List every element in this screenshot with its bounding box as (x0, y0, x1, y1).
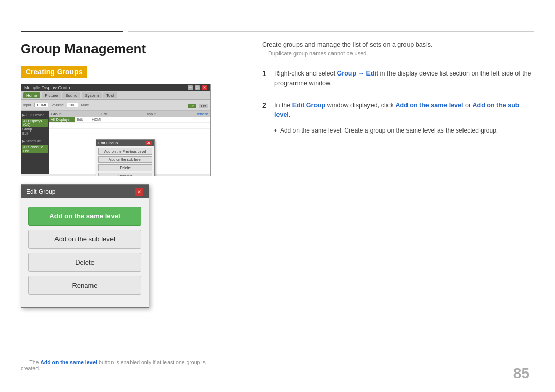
dialog-add-sub-level-button[interactable]: Add on the sub level (28, 230, 141, 249)
ss-col-input: Input (147, 112, 156, 116)
close-icon: ✕ (202, 85, 207, 90)
bullet-text-1: Add on the same level: Create a group on… (280, 126, 498, 136)
step-2-text: In the Edit Group window displayed, clic… (274, 101, 534, 120)
tab-system[interactable]: System (82, 92, 102, 98)
right-column: Create groups and manage the list of set… (236, 41, 534, 371)
popup-small-title: Edit Group ✕ (96, 140, 154, 146)
bullet-row-1: • Add on the same level: Create a group … (274, 126, 534, 136)
step-2-block: 2 In the Edit Group window displayed, cl… (262, 101, 534, 136)
app-title: Multiple Display Control (24, 85, 73, 90)
minimize-icon: ─ (188, 85, 193, 90)
ss-input-label: Input (23, 103, 31, 107)
dialog-title-text: Edit Group (26, 188, 55, 195)
step-1-text: Right-click and select Group → Edit in t… (274, 69, 534, 88)
step-1-block: 1 Right-click and select Group → Edit in… (262, 69, 534, 88)
ss-group-item: Group (22, 127, 48, 131)
popup-btn-add-previous[interactable]: Add on the Previous Level (98, 148, 152, 155)
ss-icons: On Off (188, 101, 208, 109)
ss-body: ▶ LFD Device All Displays (0/0) Group Ed… (21, 111, 210, 174)
step-2-highlight-samelevel: Add on the same level (396, 102, 464, 109)
ss-schedule-list: All Schedule List (22, 145, 48, 153)
ss-col-refresh: Refresh (195, 112, 208, 116)
ss-mute-label: Mute (81, 103, 89, 107)
bullet-dot-1: • (274, 126, 277, 136)
step-1-row: 1 Right-click and select Group → Edit in… (262, 69, 534, 88)
bullet-highlight-samelevel: Add on the same level (280, 127, 341, 134)
tab-tool[interactable]: Tool (103, 92, 117, 98)
popup-btn-rename[interactable]: Rename (98, 173, 152, 176)
maximize-icon: □ (195, 85, 200, 90)
popup-small-title-text: Edit Group (98, 141, 118, 145)
ss-cell-group-1: All Displays (49, 117, 75, 122)
ss-row-1: All Displays Edit HDMI (49, 117, 210, 123)
edit-group-dialog: Edit Group ✕ Add on the same level Add o… (21, 184, 149, 308)
ss-sidebar: ▶ LFD Device All Displays (0/0) Group Ed… (21, 111, 49, 174)
top-line-dark (21, 31, 123, 32)
ss-on-btn[interactable]: On (188, 104, 196, 108)
step-1-highlight: Group → Edit (337, 70, 379, 77)
top-line-light (128, 31, 534, 32)
ss-volume-value: 100 (67, 103, 78, 107)
tab-home[interactable]: Home (23, 92, 40, 98)
ss-cell-edit-2 (75, 123, 90, 128)
top-decorative-lines (0, 31, 555, 32)
ss-all-displays: All Displays (0/0) (22, 119, 48, 127)
dialog-delete-button[interactable]: Delete (28, 253, 141, 272)
ss-col-group: Group (51, 112, 61, 116)
step-1-number: 1 (262, 69, 274, 88)
footer-note: The Add on the same level button is enab… (21, 356, 216, 371)
ss-off-btn[interactable]: Off (199, 104, 208, 108)
left-column: Group Management Creating Groups Multipl… (21, 41, 236, 371)
page-number: 85 (513, 365, 529, 382)
ss-row-2 (49, 123, 210, 129)
ss-input-value: HDMI (34, 103, 49, 107)
ss-cell-input-1: HDMI (90, 117, 210, 122)
page-title: Group Management (21, 41, 236, 57)
ss-device-header: Group Edit Input Refresh (49, 111, 210, 117)
ss-cell-input-2 (90, 123, 210, 128)
ss-cell-group-2 (49, 123, 75, 128)
dialog-title-bar: Edit Group ✕ (21, 185, 149, 198)
popup-btn-add-sub[interactable]: Add on the sub level (98, 156, 152, 163)
ss-volume-label: Volume (51, 103, 63, 107)
dialog-add-same-level-button[interactable]: Add on the same level (28, 207, 141, 226)
popup-small-close[interactable]: ✕ (145, 141, 152, 145)
ss-main-area: Group Edit Input Refresh All Displays Ed… (49, 111, 210, 174)
screenshot-top-mockup: Multiple Display Control ─ □ ✕ Home Pict… (21, 84, 211, 176)
ss-lfd-label: ▶ LFD Device (22, 113, 48, 117)
tab-sound[interactable]: Sound (62, 92, 80, 98)
note-text: Duplicate group names cannot be used. (262, 50, 534, 57)
popup-btn-delete[interactable]: Delete (98, 164, 152, 171)
footer-note-text: The Add on the same level button is enab… (21, 359, 206, 371)
dialog-close-button[interactable]: ✕ (135, 188, 143, 196)
main-content: Group Management Creating Groups Multipl… (21, 41, 534, 371)
tab-picture[interactable]: Picture (42, 92, 61, 98)
ss-edit-item: Edit (22, 132, 48, 135)
edit-group-popup-small: Edit Group ✕ Add on the Previous Level A… (96, 139, 155, 176)
ss-schedule-label: ▶ Schedule (22, 139, 48, 143)
intro-text: Create groups and manage the list of set… (262, 41, 534, 48)
step-2-highlight-editgroup: Edit Group (292, 102, 326, 109)
section-label: Creating Groups (21, 66, 87, 78)
step-2-number: 2 (262, 101, 274, 120)
dialog-body: Add on the same level Add on the sub lev… (21, 198, 149, 307)
ss-col-edit: Edit (101, 112, 107, 116)
ss-cell-edit-1: Edit (75, 117, 90, 122)
app-title-bar: Multiple Display Control ─ □ ✕ (21, 84, 210, 91)
dialog-rename-button[interactable]: Rename (28, 276, 141, 295)
step-2-row: 2 In the Edit Group window displayed, cl… (262, 101, 534, 120)
